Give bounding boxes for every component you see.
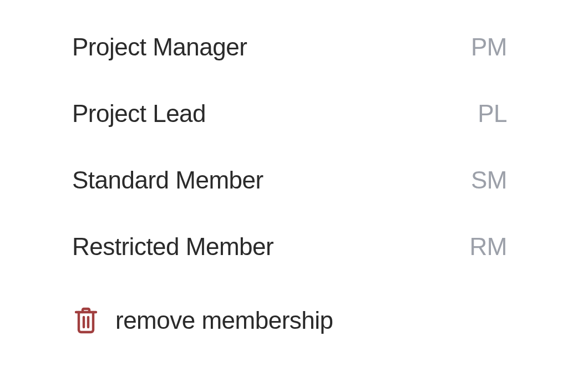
role-label: Standard Member <box>72 166 263 194</box>
role-list: Project Manager PM Project Lead PL Stand… <box>72 33 507 336</box>
role-label: Project Manager <box>72 33 247 61</box>
role-abbr: SM <box>471 166 507 194</box>
role-abbr: PL <box>478 100 507 128</box>
role-item-project-lead[interactable]: Project Lead PL <box>72 100 507 128</box>
role-item-project-manager[interactable]: Project Manager PM <box>72 33 507 61</box>
role-abbr: RM <box>470 233 507 261</box>
role-label: Project Lead <box>72 100 206 128</box>
remove-membership-button[interactable]: remove membership <box>72 305 507 336</box>
role-label: Restricted Member <box>72 233 273 261</box>
role-abbr: PM <box>471 33 507 61</box>
role-item-restricted-member[interactable]: Restricted Member RM <box>72 233 507 261</box>
role-item-standard-member[interactable]: Standard Member SM <box>72 166 507 194</box>
trash-icon <box>72 305 100 336</box>
remove-membership-label: remove membership <box>115 307 333 334</box>
